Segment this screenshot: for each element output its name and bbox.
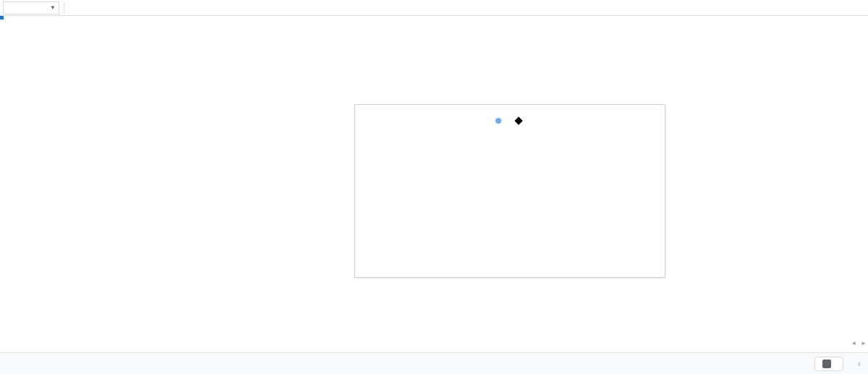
chevron-down-icon: ▼ (50, 4, 56, 11)
name-box[interactable]: ▼ (3, 1, 59, 14)
formula-input[interactable] (73, 1, 865, 14)
explore-icon (822, 360, 831, 368)
chart-legend (364, 116, 656, 124)
formula-bar: ▼ (0, 0, 868, 16)
sheet-tab-bar: ‹ (0, 352, 868, 374)
all-sheets-button[interactable] (29, 357, 43, 371)
legend-marker-circle (495, 118, 501, 124)
spreadsheet-grid[interactable]: ◄► (0, 16, 868, 352)
chevron-left-icon[interactable]: ‹ (858, 359, 861, 369)
chart-plot-area (409, 127, 655, 229)
add-sheet-button[interactable] (7, 357, 22, 371)
active-cell-highlight (0, 16, 3, 19)
divider (64, 2, 64, 14)
explore-button[interactable] (814, 357, 843, 371)
legend-marker-diamond (515, 117, 523, 125)
chart-card[interactable] (354, 104, 665, 278)
horizontal-scroll-buttons[interactable]: ◄► (851, 340, 867, 347)
